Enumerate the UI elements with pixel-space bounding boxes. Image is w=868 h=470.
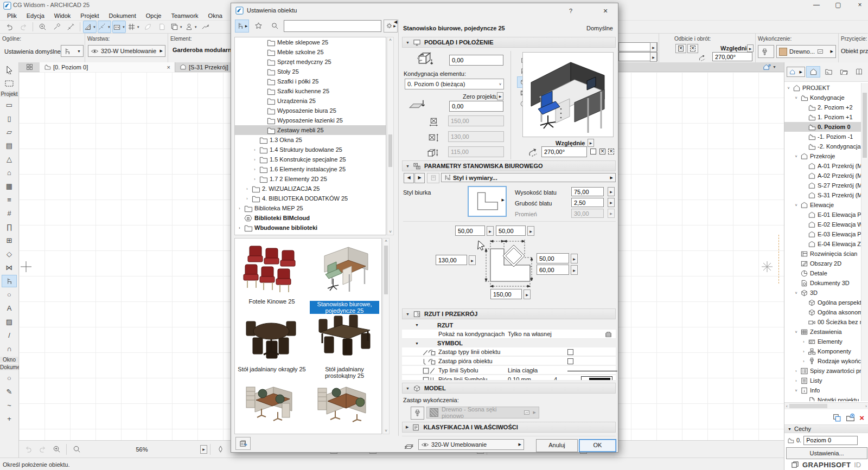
- story-select[interactable]: 0. Poziom 0 (bieżąca) ˅: [405, 79, 504, 89]
- library-tree-item[interactable]: Szafki i półki 25: [235, 76, 386, 86]
- desk-style-preview[interactable]: ▶: [468, 186, 507, 217]
- relative-menu[interactable]: [588, 139, 594, 147]
- preset-page-combo[interactable]: Styl i wymiary... ▶: [441, 173, 616, 182]
- dialog-title-bar[interactable]: Ustawienia obiektu: [231, 3, 618, 17]
- rotation-input[interactable]: [712, 52, 752, 61]
- marquee-tool[interactable]: [2, 77, 17, 89]
- navigator-tree-item[interactable]: ˅PROJEKT: [784, 83, 862, 93]
- scroll-thumb[interactable]: [388, 134, 392, 167]
- menu-item[interactable]: Teamwork: [166, 12, 203, 20]
- default-badge[interactable]: Domyślne: [586, 25, 613, 31]
- mirror-y-button[interactable]: [687, 44, 698, 53]
- symbol-row-value[interactable]: 0.10 mm: [508, 376, 531, 381]
- navigator-tree-item[interactable]: S-27 Przekrój (Mode: [784, 181, 862, 190]
- chevron-closed-icon[interactable]: ›: [794, 369, 799, 373]
- element-field-1-menu[interactable]: [650, 42, 657, 52]
- mirror-option-checkbox[interactable]: [608, 149, 614, 154]
- select-arrow-tool[interactable]: [2, 63, 17, 76]
- library-search-input[interactable]: [284, 20, 381, 32]
- library-tree-item[interactable]: ›1.7 2 Elementy 2D 25: [235, 174, 386, 184]
- chevron-right-icon[interactable]: ›: [252, 148, 257, 152]
- tab-floor-plan[interactable]: [0. Poziom 0] ×: [40, 62, 175, 72]
- library-part-thumbnail[interactable]: [237, 377, 307, 431]
- library-tree-item[interactable]: Stoły 25: [235, 67, 386, 76]
- chevron-open-icon[interactable]: ˅: [794, 389, 799, 392]
- library-tree-item[interactable]: Urządzenia 25: [235, 96, 386, 106]
- chevron-right-icon[interactable]: ›: [252, 177, 257, 181]
- line-tool[interactable]: /: [2, 329, 17, 342]
- symbol-subheader[interactable]: ▼ SYMBOL: [402, 339, 616, 347]
- marquee-frames-button[interactable]: ▼: [170, 21, 183, 33]
- library-part-thumbnail[interactable]: Stanowisko biurowe, pojedyncze 25: [310, 242, 379, 314]
- properties-section-header[interactable]: ▼ Cechy: [784, 424, 868, 433]
- layer-combo[interactable]: 320-W Umeblowanie ▶: [88, 45, 165, 57]
- menu-item[interactable]: Projekt: [75, 12, 104, 20]
- navigator-tree-item[interactable]: -1. Poziom -1: [784, 132, 862, 141]
- cancel-button[interactable]: Anuluj: [536, 439, 578, 452]
- desk-height-input[interactable]: [571, 187, 604, 196]
- dim-right1-input[interactable]: [537, 253, 569, 263]
- bottom-offset-input[interactable]: [449, 101, 503, 112]
- library-tree-item[interactable]: ›4. BIBLIOTEKA DODATKÓW 25: [235, 194, 386, 203]
- mirror-checkbox[interactable]: [590, 149, 596, 154]
- library-tree-item[interactable]: Sprzęt medyczny 25: [235, 57, 386, 67]
- thumbnails-scrollbar[interactable]: ˄ ˅: [382, 238, 390, 434]
- library-tree-item[interactable]: Zestawy mebli 25: [235, 125, 386, 135]
- navigator-vscrollbar[interactable]: [861, 83, 868, 401]
- delete-icon[interactable]: ×: [859, 414, 864, 422]
- spline-tool[interactable]: ~: [2, 399, 17, 411]
- symbol-setting-row[interactable]: Zastąp pióra obiektu: [402, 357, 616, 365]
- relative-menu[interactable]: [747, 44, 754, 52]
- curtain-wall-tool[interactable]: ▦: [2, 180, 17, 192]
- quick-options-button[interactable]: ▼: [763, 63, 776, 71]
- zoom-in-icon[interactable]: [50, 443, 63, 455]
- chevron-closed-icon[interactable]: ›: [794, 379, 799, 383]
- scroll-thumb[interactable]: [384, 246, 388, 294]
- scroll-up-icon[interactable]: ˄: [383, 239, 389, 243]
- show-on-stories-row[interactable]: Pokaż na kondygnacjach Tylko na własnej: [402, 330, 616, 339]
- maximize-button[interactable]: ▢: [834, 1, 842, 9]
- library-tree-item[interactable]: Szafki kuchenne 25: [235, 86, 386, 96]
- column-tool[interactable]: ▯: [2, 112, 17, 125]
- library-part-thumbnail[interactable]: Stół jadalniany okrągły 25: [237, 310, 307, 372]
- beam-tool[interactable]: ▱: [2, 126, 17, 138]
- navigator-tree-item[interactable]: ›Spisy zawartości proj: [784, 366, 862, 376]
- object-tool[interactable]: [2, 275, 17, 287]
- library-part-thumbnail[interactable]: Fotele Kinowe 25: [237, 242, 307, 305]
- story-name-input[interactable]: [803, 436, 858, 445]
- chevron-right-icon[interactable]: ›: [252, 158, 257, 162]
- navigator-settings-button[interactable]: Ustawienia...: [786, 447, 867, 459]
- rotation-input[interactable]: [541, 146, 587, 157]
- library-tree-item[interactable]: ›Biblioteka MEP 25: [235, 203, 386, 213]
- library-tree-item[interactable]: Meble sklepowe 25: [235, 37, 386, 47]
- library-tree-item[interactable]: ›1.4 Struktury budowlane 25: [235, 145, 386, 154]
- zoom-options-icon[interactable]: [70, 443, 83, 455]
- view-forward-icon[interactable]: [36, 443, 49, 455]
- collapse-left-icon[interactable]: ◀: [394, 20, 397, 24]
- navigator-tree-item[interactable]: 0. Poziom 0: [784, 122, 862, 132]
- override-paint-button[interactable]: [411, 407, 424, 420]
- navigator-tree-item[interactable]: ˅Zestawienia: [784, 327, 862, 337]
- navigator-tree-item[interactable]: ›Rodzaje wykończe: [784, 356, 862, 366]
- window-tool[interactable]: ⊞: [2, 234, 17, 247]
- navigator-tree-item[interactable]: ˅Info: [784, 385, 862, 395]
- element-info-button[interactable]: [36, 21, 49, 33]
- navigator-tree-item[interactable]: ›Listy: [784, 376, 862, 385]
- chevron-open-icon[interactable]: ˅: [794, 203, 799, 207]
- navigator-tree-item[interactable]: E-03 Elewacja PD (M: [784, 229, 862, 239]
- mirror-x-button[interactable]: [675, 44, 686, 53]
- tab-close-icon[interactable]: ×: [167, 64, 170, 70]
- circle-tool[interactable]: ○: [2, 372, 17, 384]
- chevron-open-icon[interactable]: ˅: [794, 330, 799, 334]
- pen-color-swatch[interactable]: [581, 376, 612, 381]
- library-tree-item[interactable]: Wyposażenie biura 25: [235, 106, 386, 115]
- skylight-tool[interactable]: ◇: [2, 248, 17, 260]
- section-params-header[interactable]: ▼ PARAMETRY STANOWISKA BIUROWEGO: [402, 160, 616, 171]
- navigator-tree-item[interactable]: E-04 Elewacja Z (Mo: [784, 239, 862, 249]
- chevron-closed-icon[interactable]: ›: [801, 359, 806, 363]
- fill-tool[interactable]: ▨: [2, 316, 17, 328]
- favorites-button[interactable]: [251, 20, 265, 33]
- navigator-tree-item[interactable]: ˅Przekroje: [784, 151, 862, 161]
- menu-item[interactable]: Dokument: [104, 12, 141, 20]
- undo-button[interactable]: [3, 21, 16, 33]
